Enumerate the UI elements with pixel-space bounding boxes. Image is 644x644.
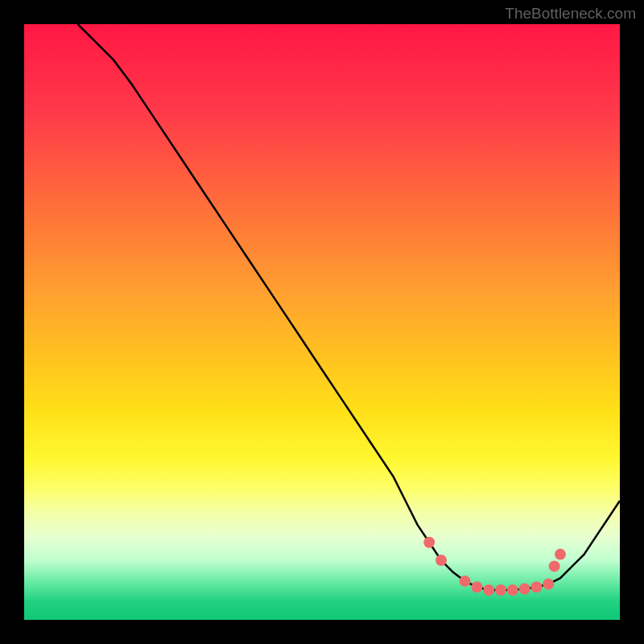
- marker-dot: [543, 579, 554, 590]
- plot-area: [24, 24, 620, 620]
- marker-dot: [519, 584, 530, 595]
- marker-dot: [483, 584, 494, 596]
- marker-dot: [495, 584, 506, 596]
- marker-dot: [549, 560, 560, 572]
- marker-dot: [530, 581, 542, 592]
- marker-dot: [423, 537, 435, 548]
- chart-svg: [24, 24, 620, 620]
- marker-dot: [507, 584, 518, 596]
- watermark-text: TheBottleneck.com: [505, 5, 636, 23]
- marker-dot: [436, 555, 447, 566]
- chart-container: TheBottleneck.com: [0, 0, 644, 644]
- marker-dot: [555, 549, 566, 560]
- marker-dot: [460, 576, 471, 587]
- marker-dot: [471, 581, 482, 592]
- gradient-background: [24, 24, 620, 620]
